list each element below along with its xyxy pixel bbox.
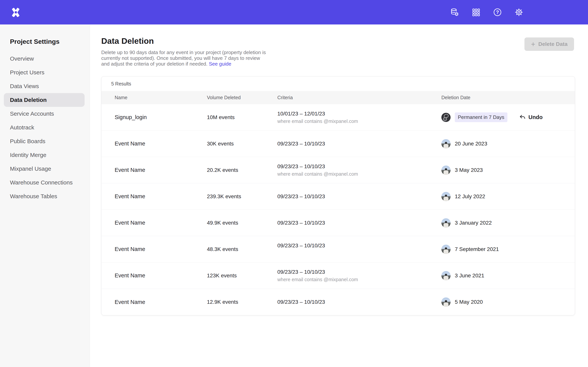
deletion-date-text: 3 June 2021 bbox=[455, 273, 484, 279]
row-name: Event Name bbox=[115, 272, 207, 279]
sidebar-item-data-views[interactable]: Data Views bbox=[4, 79, 85, 93]
delete-data-button[interactable]: + Delete Data bbox=[524, 37, 574, 51]
status-badge: Permanent in 7 Days bbox=[455, 112, 507, 122]
criteria-filter: where email contains @mixpanel.com bbox=[277, 118, 441, 124]
row-deletion-date: 3 May 2023 bbox=[441, 166, 562, 175]
column-header-criteria: Criteria bbox=[277, 95, 441, 100]
sidebar-item-service-accounts[interactable]: Service Accounts bbox=[4, 107, 85, 121]
table-row: Event Name 239.3K events 09/23/23 – 10/1… bbox=[102, 183, 575, 210]
row-name: Event Name bbox=[115, 193, 207, 200]
apps-grid-icon[interactable] bbox=[472, 8, 480, 17]
row-criteria: 09/23/23 – 10/10/23 bbox=[277, 220, 441, 226]
criteria-range: 09/23/23 – 10/10/23 bbox=[277, 141, 441, 147]
row-deletion-date: 3 January 2022 bbox=[441, 218, 562, 227]
sidebar-item-warehouse-tables[interactable]: Warehouse Tables bbox=[4, 189, 85, 203]
row-name: Event Name bbox=[115, 141, 207, 147]
deletion-date-text: 3 May 2023 bbox=[455, 167, 483, 173]
table-header-row: Name Volume Deleted Criteria Deletion Da… bbox=[102, 91, 575, 104]
row-volume: 12.9K events bbox=[207, 299, 277, 305]
sidebar-item-overview[interactable]: Overview bbox=[4, 52, 85, 66]
row-deletion-date: 3 June 2021 bbox=[441, 271, 562, 280]
deletion-date-text: 12 July 2022 bbox=[455, 193, 485, 200]
results-count: 5 Results bbox=[102, 76, 575, 91]
user-avatar bbox=[441, 297, 450, 307]
svg-text:?: ? bbox=[496, 9, 499, 15]
criteria-range: 09/23/23 – 10/10/23 bbox=[277, 299, 441, 305]
sidebar-item-autotrack[interactable]: Autotrack bbox=[4, 121, 85, 134]
table-row: Event Name 49.9K events 09/23/23 – 10/10… bbox=[102, 210, 575, 236]
sidebar-item-project-users[interactable]: Project Users bbox=[4, 66, 85, 79]
criteria-range: 09/23/23 – 10/10/23 bbox=[277, 163, 441, 170]
table-row: Event Name 20.2K events 09/23/23 – 10/10… bbox=[102, 157, 575, 183]
top-navigation-bar: ? bbox=[0, 0, 588, 25]
settings-gear-icon[interactable] bbox=[515, 8, 523, 17]
row-criteria: 09/23/23 – 10/10/23 bbox=[277, 242, 441, 256]
criteria-filter: where email contains @mixpanel.com bbox=[277, 277, 441, 282]
sidebar-title: Project Settings bbox=[10, 38, 90, 45]
criteria-range: 09/23/23 – 10/10/23 bbox=[277, 242, 441, 249]
deletion-date-text: 20 June 2023 bbox=[455, 141, 487, 147]
criteria-range: 10/01/23 – 12/01/23 bbox=[277, 111, 441, 117]
mixpanel-logo-icon[interactable] bbox=[10, 7, 21, 18]
criteria-range: 09/23/23 – 10/10/23 bbox=[277, 193, 441, 200]
sidebar-item-data-deletion[interactable]: Data Deletion bbox=[4, 93, 85, 107]
table-row: Event Name 48.3K events 09/23/23 – 10/10… bbox=[102, 236, 575, 262]
user-avatar bbox=[441, 218, 450, 227]
sidebar-item-warehouse-connections[interactable]: Warehouse Connections bbox=[4, 176, 85, 189]
page-description: Delete up to 90 days data for any event … bbox=[101, 50, 268, 67]
deletion-requests-table: 5 Results Name Volume Deleted Criteria D… bbox=[101, 76, 575, 315]
page-description-text: Delete up to 90 days data for any event … bbox=[101, 50, 266, 67]
row-volume: 48.3K events bbox=[207, 246, 277, 252]
user-avatar bbox=[441, 245, 450, 254]
row-deletion-date: Permanent in 7 Days Undo bbox=[441, 112, 562, 122]
table-row: Event Name 30K events 09/23/23 – 10/10/2… bbox=[102, 131, 575, 157]
row-name: Event Name bbox=[115, 167, 207, 173]
user-avatar bbox=[441, 192, 450, 201]
sidebar-item-mixpanel-usage[interactable]: Mixpanel Usage bbox=[4, 162, 85, 176]
sidebar-item-public-boards[interactable]: Public Boards bbox=[4, 134, 85, 148]
database-gear-icon[interactable] bbox=[450, 8, 459, 17]
see-guide-link[interactable]: See guide bbox=[209, 61, 231, 67]
row-criteria: 09/23/23 – 10/10/23 where email contains… bbox=[277, 269, 441, 282]
row-criteria: 09/23/23 – 10/10/23 bbox=[277, 141, 441, 147]
delete-data-button-label: Delete Data bbox=[538, 41, 568, 47]
sidebar-item-identity-merge[interactable]: Identity Merge bbox=[4, 148, 85, 162]
criteria-range: 09/23/23 – 10/10/23 bbox=[277, 220, 441, 226]
row-criteria: 09/23/23 – 10/10/23 where email contains… bbox=[277, 163, 441, 177]
user-avatar bbox=[441, 139, 450, 148]
row-volume: 239.3K events bbox=[207, 193, 277, 200]
row-criteria: 09/23/23 – 10/10/23 bbox=[277, 193, 441, 200]
deletion-date-text: 7 September 2021 bbox=[455, 246, 499, 252]
criteria-filter: where email contains @mixpanel.com bbox=[277, 171, 441, 177]
row-volume: 10M events bbox=[207, 114, 277, 120]
row-name: Event Name bbox=[115, 246, 207, 252]
criteria-filter bbox=[277, 250, 441, 256]
row-volume: 20.2K events bbox=[207, 167, 277, 173]
plus-icon: + bbox=[531, 41, 535, 48]
row-deletion-date: 5 May 2020 bbox=[441, 297, 562, 307]
row-name: Signup_login bbox=[115, 114, 207, 120]
topbar-icon-group: ? bbox=[450, 8, 523, 17]
deletion-date-text: 5 May 2020 bbox=[455, 299, 483, 305]
help-icon[interactable]: ? bbox=[493, 8, 502, 17]
table-row: Event Name 123K events 09/23/23 – 10/10/… bbox=[102, 262, 575, 289]
table-row: Signup_login 10M events 10/01/23 – 12/01… bbox=[102, 104, 575, 131]
row-volume: 49.9K events bbox=[207, 220, 277, 226]
deletion-date-text: 3 January 2022 bbox=[455, 220, 492, 226]
project-settings-sidebar: Project Settings Overview Project Users … bbox=[0, 25, 90, 367]
row-name: Event Name bbox=[115, 220, 207, 226]
user-avatar bbox=[441, 166, 450, 175]
row-deletion-date: 12 July 2022 bbox=[441, 192, 562, 201]
table-row: Event Name 12.9K events 09/23/23 – 10/10… bbox=[102, 289, 575, 315]
row-criteria: 10/01/23 – 12/01/23 where email contains… bbox=[277, 111, 441, 124]
sidebar-nav-list: Overview Project Users Data Views Data D… bbox=[0, 52, 90, 203]
row-volume: 30K events bbox=[207, 141, 277, 147]
column-header-volume: Volume Deleted bbox=[207, 95, 277, 100]
row-volume: 123K events bbox=[207, 273, 277, 279]
row-deletion-date: 7 September 2021 bbox=[441, 245, 562, 254]
row-name: Event Name bbox=[115, 299, 207, 305]
main-content: Data Deletion Delete up to 90 days data … bbox=[90, 25, 588, 367]
undo-button[interactable]: Undo bbox=[519, 114, 543, 121]
user-avatar bbox=[441, 113, 450, 122]
user-avatar bbox=[441, 271, 450, 280]
